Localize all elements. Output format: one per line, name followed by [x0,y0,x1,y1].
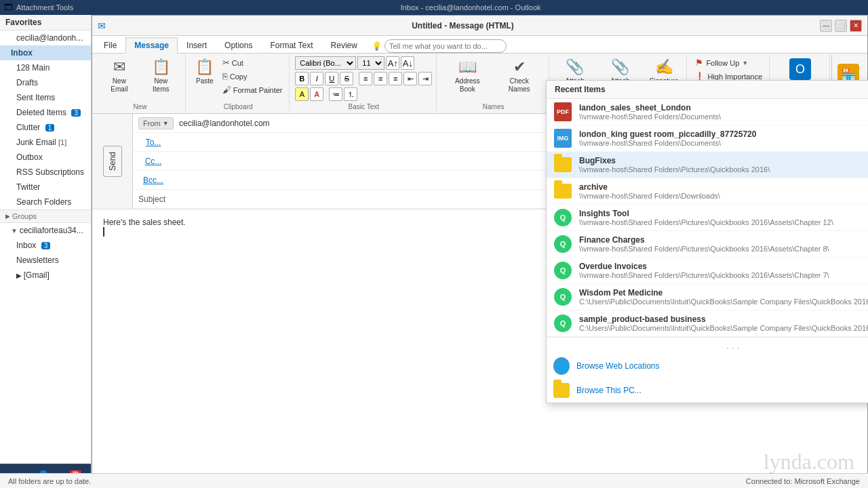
folder-footer-icon [553,382,570,399]
align-right-button[interactable]: ≡ [389,72,402,85]
dropdown-item-8-text: sample_product-based business C:\Users\P… [579,314,868,332]
sidebar-item-account2[interactable]: ▼ ceciliaforteau34... [0,223,91,238]
dropdown-item-2[interactable]: BugFixes \\vmware-host\Shared Folders\Pi… [547,152,868,178]
send-button[interactable]: Send [103,146,122,177]
sidebar-item-twitter[interactable]: Twitter [0,180,91,195]
strikethrough-button[interactable]: S [340,72,353,85]
new-email-button[interactable]: ✉ New Email [99,56,140,96]
sidebar-item-account1[interactable]: cecilia@landonh... [0,30,91,45]
cut-icon: ✂ [222,58,230,68]
sidebar: Favorites cecilia@landonh... Inbox 128 M… [0,15,92,488]
dropdown-item-7-icon: Q [553,287,572,306]
format-painter-button[interactable]: 🖌 Format Painter [220,83,285,96]
align-left-button[interactable]: ≡ [359,72,372,85]
sidebar-item-sent[interactable]: Sent Items [0,90,91,105]
sidebar-item-inbox[interactable]: Inbox [0,45,91,60]
sidebar-group-groups[interactable]: ▶ Groups [0,209,91,223]
tab-options[interactable]: Options [216,37,261,53]
dropdown-item-5[interactable]: Q Finance Charges \\vmware-host\Shared F… [547,231,868,258]
dropdown-item-5-icon: Q [553,235,572,253]
check-names-button[interactable]: ✔ Check Names [494,56,545,96]
address-book-button[interactable]: 📖 Address Book [442,56,492,96]
minimize-button[interactable]: — [820,20,832,32]
sidebar-item-clutter[interactable]: Clutter 1 [0,120,91,135]
sidebar-nav: Favorites cecilia@landonh... Inbox 128 M… [0,15,91,464]
dropdown-item-3[interactable]: archive \\vmware-host\Shared Folders\Dow… [547,178,868,205]
bcc-button[interactable]: Bcc... [133,176,174,185]
format-row-3: A A ≔ ⒈ [295,87,357,101]
cut-button[interactable]: ✂ Cut [220,56,285,69]
paste-button[interactable]: 📋 Paste [191,56,218,87]
decrease-indent-button[interactable]: ⇤ [403,72,417,85]
format-row-2: B I U S ≡ ≡ ≡ ⇤ ⇥ [295,72,432,85]
item-5-path: \\vmware-host\Shared Folders\Pictures\Qu… [579,245,829,253]
new-items-button[interactable]: 📋 New Items [141,56,181,96]
check-names-icon: ✔ [513,58,526,76]
tab-review[interactable]: Review [322,37,366,53]
font-size-select[interactable]: 11 [357,56,384,70]
bullets-button[interactable]: ≔ [329,87,342,101]
img-icon: IMG [554,129,572,148]
maximize-button[interactable]: ⬜ [835,20,847,32]
sidebar-item-drafts[interactable]: Drafts [0,75,91,90]
item-3-name: archive [579,182,720,192]
font-color-button[interactable]: A [310,87,323,101]
browse-pc-button[interactable]: Browse This PC... [547,378,868,403]
from-selector[interactable]: From ▼ [138,117,174,129]
shrink-font-button[interactable]: A↓ [401,56,414,70]
sidebar-item-rss[interactable]: RSS Subscriptions [0,165,91,180]
item-6-name: Overdue Invoices [579,262,829,271]
format-painter-label: Format Painter [233,86,283,94]
folder-icon-2 [554,157,572,172]
sidebar-item-newsletters[interactable]: Newsletters [0,253,91,268]
underline-button[interactable]: U [325,72,338,85]
to-button[interactable]: To... [133,138,174,147]
main-window: Favorites cecilia@landonh... Inbox 128 M… [0,15,868,488]
sidebar-item-junk[interactable]: Junk Email [1] [0,135,91,150]
dropdown-item-6[interactable]: Q Overdue Invoices \\vmware-host\Shared … [547,258,868,284]
dropdown-item-1[interactable]: IMG london_king guest room_piccadilly_87… [547,125,868,152]
dropdown-item-8[interactable]: Q sample_product-based business C:\Users… [547,310,868,337]
ribbon-group-names: 📖 Address Book ✔ Check Names Names [438,55,549,112]
taskbar-title: Inbox - cecilia@landonhotel.com - Outloo… [77,3,864,12]
increase-indent-button[interactable]: ⇥ [418,72,432,85]
cc-button[interactable]: Cc... [133,157,174,166]
item-7-name: Wisdom Pet Medicine [579,288,868,298]
tab-format-text[interactable]: Format Text [261,37,321,53]
browse-pc-label: Browse This PC... [576,386,642,395]
follow-up-arrow-icon: ▼ [742,60,748,66]
highlight-button[interactable]: A [295,87,309,101]
align-center-button[interactable]: ≡ [374,72,387,85]
bold-button[interactable]: B [295,72,309,85]
tab-insert[interactable]: Insert [178,37,216,53]
tab-message[interactable]: Message [125,37,178,54]
font-name-select[interactable]: Calibri (Bo... [295,56,356,70]
format-painter-icon: 🖌 [222,85,231,95]
sidebar-item-inbox-sub[interactable]: 128 Main [0,60,91,75]
sidebar-item-deleted[interactable]: Deleted Items 3 [0,105,91,120]
sidebar-item-account2-inbox[interactable]: Inbox 3 [0,238,91,253]
dropdown-dots: ... [547,338,868,354]
dropdown-item-0[interactable]: PDF landon_sales_sheet_London \\vmware-h… [547,99,868,125]
close-button[interactable]: ✕ [850,20,862,32]
tell-me-input[interactable] [384,39,507,53]
tab-file[interactable]: File [95,37,125,53]
italic-button[interactable]: I [310,72,323,85]
item-8-name: sample_product-based business [579,314,868,324]
new-email-label: New Email [103,77,136,94]
dropdown-item-4[interactable]: Q Insights Tool \\vmware-host\Shared Fol… [547,205,868,231]
compose-window: ✉ Untitled - Message (HTML) — ⬜ ✕ File M… [92,15,868,488]
pdf-icon: PDF [554,102,572,121]
copy-button[interactable]: ⎘ Copy [220,70,285,83]
numbered-button[interactable]: ⒈ [344,87,357,101]
browse-web-locations-button[interactable]: 🌐 Browse Web Locations ▶ [547,354,868,378]
item-1-path: \\vmware-host\Shared Folders\Documents\ [579,139,756,147]
ribbon-group-new: ✉ New Email 📋 New Items New [95,55,186,112]
sidebar-item-search[interactable]: Search Folders [0,195,91,209]
sidebar-item-gmail[interactable]: ▶ [Gmail] [0,268,91,283]
sidebar-item-outbox[interactable]: Outbox [0,150,91,165]
tell-me-area: 💡 [366,39,865,53]
grow-font-button[interactable]: A↑ [386,56,399,70]
follow-up-button[interactable]: ⚑ Follow Up ▼ [692,56,751,69]
dropdown-item-7[interactable]: Q Wisdom Pet Medicine C:\Users\Public\Do… [547,284,868,310]
